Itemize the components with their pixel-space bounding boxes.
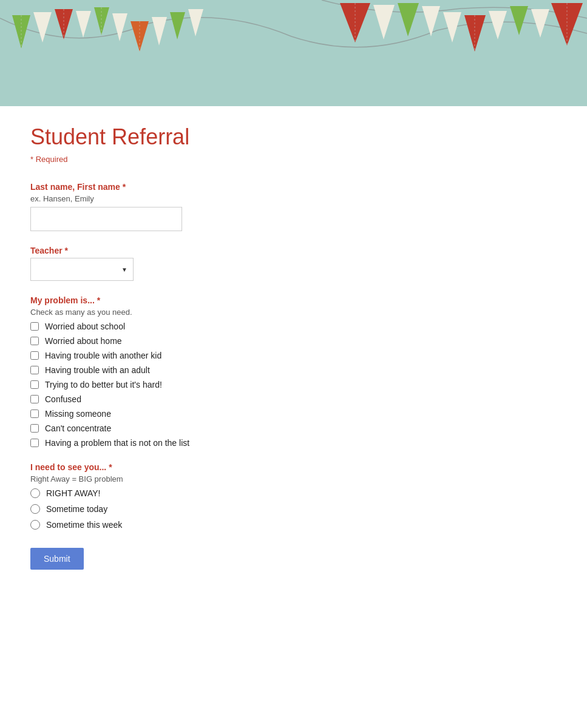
radio-right-away[interactable] [30,488,40,498]
list-item[interactable]: Can't concentrate [30,423,557,433]
required-note: * Required [30,155,557,164]
teacher-select[interactable]: Teacher 1 Teacher 2 [30,258,134,281]
problem-field-group: My problem is... * Check as many as you … [30,295,557,448]
list-item[interactable]: Missing someone [30,409,557,419]
problem-label: My problem is... * [30,295,557,305]
list-item[interactable]: RIGHT AWAY! [30,488,557,498]
list-item[interactable]: Having trouble with another kid [30,351,557,360]
checkbox-confused[interactable] [30,395,39,403]
list-item[interactable]: Having trouble with an adult [30,365,557,375]
name-hint: ex. Hansen, Emily [30,194,557,203]
list-item[interactable]: Sometime today [30,504,557,514]
teacher-field-group: Teacher * Teacher 1 Teacher 2 ▼ [30,246,557,281]
page-title: Student Referral [30,124,557,150]
checkbox-label: Missing someone [45,409,111,419]
radio-label: RIGHT AWAY! [46,488,100,498]
checkbox-label: Trying to do better but it's hard! [45,380,162,389]
checkbox-trouble-adult[interactable] [30,366,39,374]
radio-label: Sometime today [46,504,107,514]
checkbox-label: Can't concentrate [45,423,111,433]
radio-sometime-today[interactable] [30,504,40,514]
banner-header [0,0,587,106]
checkbox-trying-hard[interactable] [30,380,39,389]
radio-label: Sometime this week [46,520,122,530]
name-input[interactable] [30,207,182,231]
checkbox-label: Worried about home [45,336,122,346]
checkbox-other-problem[interactable] [30,439,39,447]
urgency-instruction: Right Away = BIG problem [30,474,557,484]
teacher-select-wrapper: Teacher 1 Teacher 2 ▼ [30,258,134,281]
list-item[interactable]: Having a problem that is not on the list [30,438,557,448]
checkbox-label: Having a problem that is not on the list [45,438,189,448]
list-item[interactable]: Confused [30,394,557,404]
checkbox-worried-school[interactable] [30,322,39,331]
teacher-label: Teacher * [30,246,557,255]
urgency-label: I need to see you... * [30,462,557,472]
name-field-group: Last name, First name * ex. Hansen, Emil… [30,182,557,231]
list-item[interactable]: Worried about home [30,336,557,346]
checkbox-missing-someone[interactable] [30,410,39,418]
problem-instruction: Check as many as you need. [30,308,557,317]
list-item[interactable]: Sometime this week [30,520,557,530]
checkbox-trouble-kid[interactable] [30,351,39,360]
urgency-field-group: I need to see you... * Right Away = BIG … [30,462,557,530]
form-container: Student Referral * Required Last name, F… [0,106,587,606]
checkbox-label: Worried about school [45,322,125,331]
name-label: Last name, First name * [30,182,557,192]
list-item[interactable]: Worried about school [30,322,557,331]
checkbox-label: Having trouble with another kid [45,351,161,360]
list-item[interactable]: Trying to do better but it's hard! [30,380,557,389]
checkbox-worried-home[interactable] [30,337,39,345]
submit-button[interactable]: Submit [30,548,84,570]
checkbox-cant-concentrate[interactable] [30,424,39,433]
radio-sometime-week[interactable] [30,520,40,530]
checkbox-label: Confused [45,394,81,404]
checkbox-label: Having trouble with an adult [45,365,150,375]
